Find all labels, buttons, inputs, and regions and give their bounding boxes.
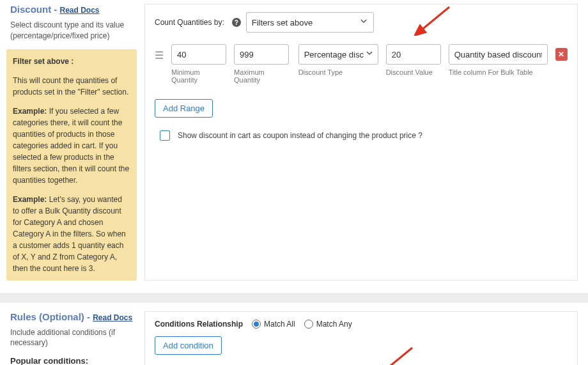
discount-type-select[interactable]: Percentage discount <box>298 44 378 65</box>
min-qty-label: Minimum Quantity <box>171 68 226 84</box>
count-quantities-select[interactable]: Filters set above <box>246 12 374 33</box>
match-any-radio[interactable] <box>304 320 313 329</box>
info-ex2-label: Example: <box>13 195 47 204</box>
conditions-relationship-label: Conditions Relationship <box>155 320 243 329</box>
drag-handle-icon[interactable]: ☰ <box>155 44 164 61</box>
popular-conditions-heading: Popular conditions: <box>10 356 137 365</box>
rules-read-docs-link[interactable]: Read Docs <box>93 313 132 322</box>
add-condition-button[interactable]: Add condition <box>155 336 222 355</box>
info-ex1-text: If you selected a few categories there, … <box>13 107 129 185</box>
rules-subtitle: Include additional conditions (if necess… <box>10 327 137 349</box>
info-ex2-text: Let's say, you wanted to offer a Bulk Qu… <box>13 195 126 273</box>
bulk-title-input[interactable] <box>449 44 548 65</box>
discount-type-label: Discount Type <box>298 68 378 76</box>
filter-info-box: Filter set above : This will count the q… <box>6 49 137 281</box>
discount-title: Discount <box>10 4 51 15</box>
rules-title: Rules (Optional) <box>10 311 84 322</box>
minimum-quantity-input[interactable] <box>171 44 226 65</box>
add-range-button[interactable]: Add Range <box>155 99 213 118</box>
count-quantities-label: Count Quantities by: <box>155 18 224 27</box>
info-p1: This will count the quantities of produc… <box>13 75 130 98</box>
bulk-title-label: Title column For Bulk Table <box>449 68 548 76</box>
show-as-coupon-checkbox[interactable] <box>160 130 170 141</box>
discount-subtitle: Select discount type and its value (perc… <box>10 20 137 42</box>
remove-range-button[interactable]: ✕ <box>555 48 568 61</box>
help-icon[interactable]: ? <box>232 18 241 27</box>
info-ex1-label: Example: <box>13 107 47 116</box>
info-heading: Filter set above : <box>13 57 74 66</box>
discount-value-label: Discount Value <box>386 68 441 76</box>
match-all-label: Match All <box>264 320 295 329</box>
maximum-quantity-input[interactable] <box>234 44 289 65</box>
show-as-coupon-label: Show discount in cart as coupon instead … <box>178 131 422 140</box>
match-all-radio[interactable] <box>252 320 261 329</box>
match-any-label: Match Any <box>316 320 352 329</box>
max-qty-label: Maximum Quantity <box>234 68 291 84</box>
discount-value-input[interactable] <box>386 44 441 65</box>
discount-read-docs-link[interactable]: Read Docs <box>60 6 100 15</box>
